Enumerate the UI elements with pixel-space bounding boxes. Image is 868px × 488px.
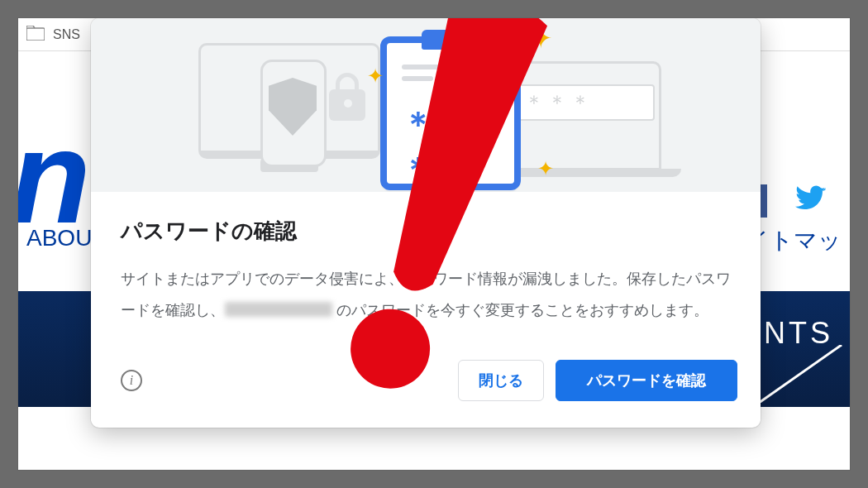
hero-diagonal-line [751,345,850,403]
sparkle-icon: ✦ [367,65,384,88]
twitter-icon[interactable] [792,184,830,218]
close-button-label: 閉じる [479,371,523,390]
confirm-password-button[interactable]: パスワードを確認 [556,360,737,401]
dialog-illustration: ＊＊＊＊ ＊＊＊ ✦ ✦ ✦ [91,18,761,192]
close-button[interactable]: 閉じる [458,360,544,401]
clipboard-icon: ＊＊＊ [380,36,521,190]
svg-line-1 [759,345,842,403]
password-check-dialog: ＊＊＊＊ ＊＊＊ ✦ ✦ ✦ パスワードの確認 サイトまたはアプリでのデータ侵害… [91,18,761,428]
bookmark-folder-label[interactable]: SNS [53,27,80,42]
confirm-button-label: パスワードを確認 [587,371,706,390]
info-icon[interactable]: i [121,370,142,391]
folder-icon [26,26,45,44]
redacted-site-name [225,302,332,317]
sparkle-icon: ✦ [529,22,552,55]
dialog-title: パスワードの確認 [121,217,731,246]
dialog-description: サイトまたはアプリでのデータ侵害によ、パスワード情報が漏洩しました。保存したパス… [121,264,731,327]
svg-rect-0 [26,28,45,41]
sparkle-icon: ✦ [537,157,554,180]
